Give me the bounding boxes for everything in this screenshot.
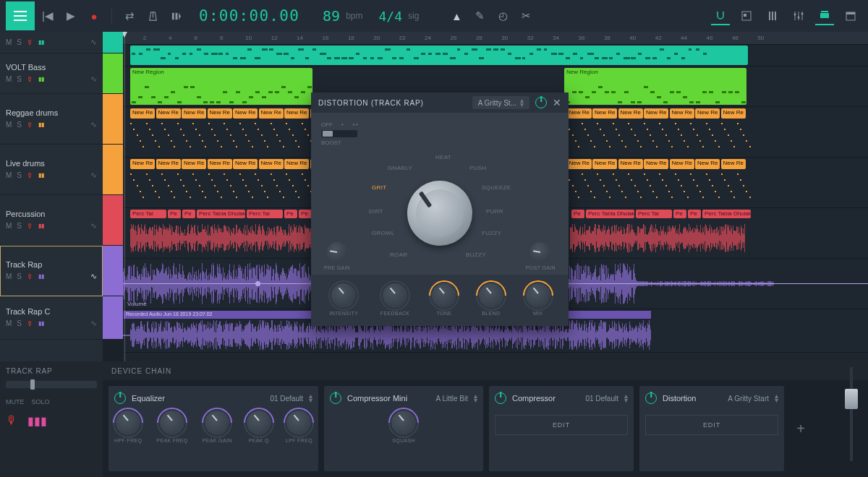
instrument-icon[interactable]: ▮▮ <box>38 320 44 327</box>
track-header[interactable]: Percussion M S 🎙 ▮▮ ∿ <box>0 195 103 246</box>
mute-button[interactable]: M <box>6 38 12 46</box>
audio-region[interactable]: Perc Tabla Dholak <box>586 210 634 218</box>
automation-point[interactable] <box>255 281 260 286</box>
device-power-button[interactable] <box>114 392 126 404</box>
timer-tool[interactable]: ◴ <box>493 6 513 26</box>
time-display[interactable]: 0:00:00.00 <box>189 7 310 25</box>
panel-browser-button[interactable] <box>841 7 860 25</box>
track-header[interactable]: Reggae drums M S 🎙 ▮▮ ∿ <box>0 94 103 145</box>
track-header[interactable]: Track Rap C M S 🎙 ▮▮ ∿ <box>0 296 103 340</box>
audio-region[interactable]: Pe <box>299 210 312 218</box>
device-edit-button[interactable]: EDIT <box>645 415 778 435</box>
midi-region[interactable]: New Re <box>695 159 720 169</box>
audio-region[interactable]: Perc Tabla Dholak <box>702 210 751 218</box>
midi-region[interactable]: New Re <box>208 159 232 169</box>
preset-stepper[interactable]: ▴▾ <box>624 394 628 403</box>
solo-button[interactable]: S <box>17 121 22 129</box>
automation-icon[interactable]: ∿ <box>90 272 97 281</box>
midi-region[interactable]: New Re <box>284 159 309 169</box>
knob-lpf-freq[interactable]: LPF FREQ <box>286 411 312 443</box>
midi-region[interactable]: New Re <box>130 108 155 119</box>
midi-region[interactable]: New Re <box>644 108 668 119</box>
plugin-preset-selector[interactable]: A Gritty St...▴▾ <box>472 96 529 109</box>
volume-fader[interactable]: 0510203050 <box>842 367 861 461</box>
plugin-knob-intensity[interactable]: INTENSITY <box>329 283 358 316</box>
countin-button[interactable] <box>166 6 186 26</box>
midi-region[interactable]: New Re <box>156 108 181 119</box>
midi-region[interactable]: New Re <box>208 108 232 119</box>
snap-button[interactable] <box>711 7 730 25</box>
midi-region[interactable]: New Re <box>592 108 617 119</box>
knob-peak-gain[interactable]: PEAK GAIN <box>203 411 232 443</box>
plugin-close-button[interactable]: ✕ <box>553 97 561 108</box>
record-arm-icon[interactable]: 🎙 <box>6 414 17 428</box>
panel-piano-button[interactable] <box>763 7 782 25</box>
pencil-tool[interactable]: ✎ <box>469 6 490 26</box>
menu-button[interactable] <box>6 1 35 30</box>
plugin-knob-mix[interactable]: MIX <box>526 283 550 316</box>
loop-button[interactable]: ⇄ <box>119 6 140 26</box>
midi-region[interactable]: New Re <box>233 159 258 169</box>
automation-icon[interactable]: ∿ <box>90 38 97 47</box>
audio-region[interactable]: Pe <box>571 210 584 218</box>
panel-mixer-button[interactable] <box>789 7 808 25</box>
track-header[interactable]: M S 🎙 ▮▮ ∿ <box>0 32 103 53</box>
mute-button[interactable]: M <box>6 121 12 129</box>
device-edit-button[interactable]: EDIT <box>495 415 628 435</box>
metronome-button[interactable] <box>142 6 163 26</box>
device-preset[interactable]: A Little Bit <box>436 395 468 403</box>
plugin-header[interactable]: DISTORTION (TRACK RAP) A Gritty St...▴▾ … <box>311 93 569 113</box>
knob-peak-q[interactable]: PEAK Q <box>247 411 271 443</box>
solo-button[interactable]: SOLO <box>32 398 50 405</box>
mute-button[interactable]: M <box>6 319 12 327</box>
instrument-icon[interactable]: ▮▮ <box>38 121 44 128</box>
midi-region[interactable]: New Re <box>567 108 592 119</box>
device-preset[interactable]: 01 Default <box>585 395 618 403</box>
knob-squash[interactable]: SQUASH <box>391 411 416 443</box>
midi-region[interactable]: New Re <box>695 108 720 119</box>
device-power-button[interactable] <box>495 392 506 404</box>
track-header[interactable]: VOLT Bass M S 🎙 ▮▮ ∿ <box>0 53 103 94</box>
mute-button[interactable]: M <box>6 75 12 83</box>
solo-button[interactable]: S <box>17 75 22 83</box>
record-arm-icon[interactable]: 🎙 <box>27 76 33 83</box>
midi-region[interactable]: New Re <box>618 108 643 119</box>
automation-icon[interactable]: ∿ <box>90 120 97 129</box>
mute-button[interactable]: MUTE <box>6 398 25 405</box>
midi-region[interactable]: New Re <box>233 108 258 119</box>
solo-button[interactable]: S <box>17 272 22 280</box>
fader-thumb[interactable] <box>845 389 858 409</box>
midi-region[interactable]: New Re <box>130 159 155 169</box>
record-arm-icon[interactable]: 🎙 <box>27 39 33 46</box>
pointer-tool[interactable]: ▲ <box>446 6 467 26</box>
knob-peak-freq[interactable]: PEAK FREQ <box>156 411 187 443</box>
midi-region[interactable]: New Re <box>567 159 592 169</box>
midi-region[interactable]: New Re <box>670 159 694 169</box>
plugin-knob-blend[interactable]: BLEND <box>479 283 503 316</box>
audio-region[interactable]: Pe <box>182 210 195 218</box>
midi-region[interactable]: New Region <box>130 68 312 105</box>
bpm-value[interactable]: 89 <box>312 7 340 25</box>
midi-region[interactable]: New Re <box>644 159 668 169</box>
instrument-icon[interactable]: ▮▮▮ <box>27 414 47 428</box>
automation-icon[interactable]: ∿ <box>90 319 97 328</box>
record-arm-icon[interactable]: 🎙 <box>27 223 33 230</box>
audio-region[interactable]: Pe <box>284 210 297 218</box>
preset-stepper[interactable]: ▴▾ <box>775 394 778 403</box>
instrument-icon[interactable]: ▮▮ <box>38 172 44 179</box>
mute-button[interactable]: M <box>6 222 12 230</box>
midi-region[interactable]: New Re <box>182 159 206 169</box>
record-button[interactable]: ● <box>84 6 104 26</box>
plugin-power-button[interactable] <box>535 97 547 108</box>
record-arm-icon[interactable]: 🎙 <box>27 172 33 179</box>
track-header[interactable]: Track Rap M S 🎙 ▮▮ ∿ <box>0 246 103 296</box>
play-button[interactable]: ▶ <box>61 6 81 26</box>
pregain-knob[interactable]: PRE GAIN <box>324 242 350 270</box>
postgain-knob[interactable]: POST GAIN <box>526 242 556 270</box>
scissors-tool[interactable]: ✂ <box>516 6 536 26</box>
record-arm-icon[interactable]: 🎙 <box>27 273 33 280</box>
automation-icon[interactable]: ∿ <box>90 171 97 180</box>
midi-region[interactable]: New Re <box>182 108 206 119</box>
audio-region[interactable]: Perc Tabla Dholak <box>197 210 245 218</box>
panel-inspector-button[interactable] <box>737 7 756 25</box>
